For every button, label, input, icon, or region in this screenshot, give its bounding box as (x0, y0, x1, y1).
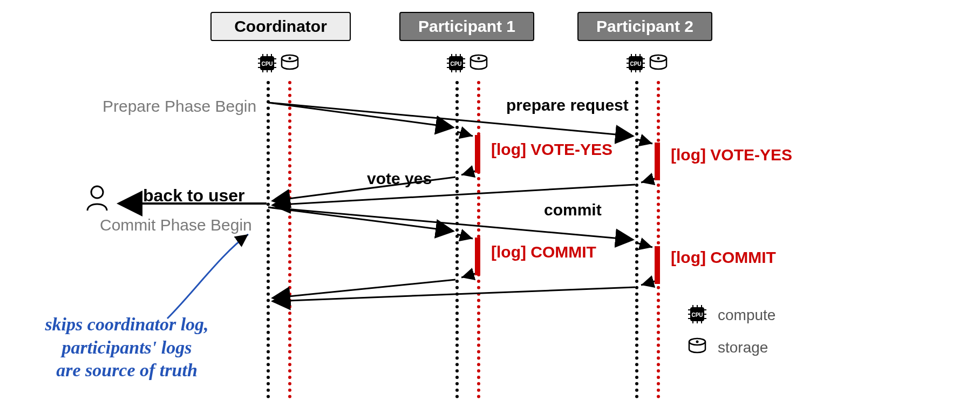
back-to-user-label: back to user (143, 186, 245, 206)
participant2-compute-lifeline (635, 81, 638, 398)
vote-yes-label: vote yes (367, 170, 432, 188)
svg-line-31 (273, 280, 455, 298)
diagram-stage: Coordinator Participant 1 Participant 2 … (0, 0, 980, 420)
svg-line-25 (268, 207, 453, 231)
commit-label: commit (544, 201, 602, 219)
legend-storage: storage (718, 339, 768, 356)
p2-log-commit-bar (655, 246, 660, 284)
p2-log-commit: [log] COMMIT (671, 248, 776, 267)
p2-log-vote-bar (655, 143, 660, 180)
actor-participant-2: Participant 2 (577, 12, 712, 41)
p2-log-vote-yes: [log] VOTE-YES (671, 146, 792, 164)
svg-line-18 (457, 132, 473, 136)
svg-line-27 (457, 234, 473, 239)
svg-point-33 (91, 186, 103, 198)
annotation-note: skips coordinator log,participants' logs… (13, 313, 240, 382)
p1-log-vote-yes: [log] VOTE-YES (491, 140, 612, 159)
svg-line-32 (273, 287, 635, 301)
actor-coordinator: Coordinator (210, 12, 351, 41)
svg-line-28 (637, 243, 652, 247)
legend-compute: compute (718, 307, 775, 324)
commit-phase-begin-label: Commit Phase Begin (100, 216, 252, 234)
p1-log-vote-bar (475, 135, 480, 173)
actor-participant-1: Participant 1 (399, 12, 534, 41)
svg-line-19 (637, 139, 652, 144)
coordinator-storage-lifeline (288, 81, 291, 398)
participant2-storage-lifeline (657, 81, 660, 398)
participant1-compute-lifeline (455, 81, 459, 398)
prepare-phase-begin-label: Prepare Phase Begin (103, 97, 256, 116)
p1-log-commit-bar (475, 238, 480, 275)
p1-log-commit: [log] COMMIT (491, 243, 596, 261)
coordinator-compute-lifeline (267, 81, 270, 398)
prepare-request-label: prepare request (506, 96, 629, 114)
svg-line-16 (268, 103, 453, 127)
